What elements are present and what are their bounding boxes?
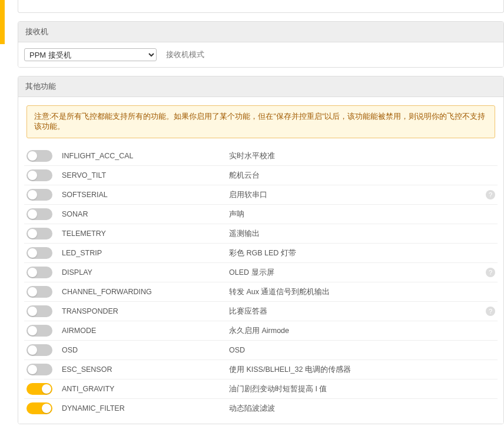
feature-desc: 动态陷波滤波 <box>229 404 495 414</box>
feature-row: OSDOSD <box>24 341 498 360</box>
toggle-knob <box>28 248 37 258</box>
feature-desc: 转发 Aux 通道信号到舵机输出 <box>229 287 495 297</box>
feature-desc: OSD <box>229 346 495 354</box>
toggle-knob <box>28 307 37 316</box>
feature-toggle[interactable] <box>26 383 52 395</box>
toggle-knob <box>28 287 37 297</box>
help-icon[interactable]: ? <box>486 307 495 316</box>
feature-row: SOFTSERIAL启用软串口? <box>24 185 498 205</box>
help-icon[interactable]: ? <box>486 190 495 199</box>
feature-name: SERVO_TILT <box>52 171 229 179</box>
feature-name: TRANSPONDER <box>52 307 229 315</box>
feature-desc: OLED 显示屏 <box>229 268 481 278</box>
receiver-mode-label: 接收机模式 <box>166 49 204 60</box>
feature-toggle[interactable] <box>26 208 52 220</box>
feature-toggle[interactable] <box>26 286 52 298</box>
feature-name: ANTI_GRAVITY <box>52 385 229 393</box>
feature-toggle[interactable] <box>26 228 52 239</box>
feature-name: SONAR <box>52 210 229 218</box>
feature-desc: 油门剧烈变动时短暂提高 I 值 <box>229 384 495 394</box>
feature-row: ANTI_GRAVITY油门剧烈变动时短暂提高 I 值 <box>24 380 498 399</box>
feature-name: INFLIGHT_ACC_CAL <box>52 152 229 160</box>
toggle-knob <box>28 171 37 180</box>
receiver-mode-select[interactable]: PPM 接受机 <box>24 48 157 61</box>
feature-name: OSD <box>52 346 229 354</box>
feature-row: DISPLAYOLED 显示屏? <box>24 263 498 282</box>
receiver-panel-header: 接收机 <box>18 22 503 42</box>
toggle-knob <box>28 190 37 199</box>
feature-row: ESC_SENSOR使用 KISS/BLHELI_32 电调的传感器 <box>24 360 498 380</box>
toggle-knob <box>28 229 37 238</box>
feature-desc: 实时水平校准 <box>229 151 495 161</box>
feature-row: AIRMODE永久启用 Airmode <box>24 321 498 341</box>
feature-row: TRANSPONDER比赛应答器? <box>24 302 498 321</box>
feature-row: INFLIGHT_ACC_CAL实时水平校准 <box>24 147 498 166</box>
feature-toggle[interactable] <box>26 150 52 162</box>
sidebar-accent <box>0 0 5 44</box>
feature-row: LED_STRIP彩色 RGB LED 灯带 <box>24 244 498 263</box>
other-features-header: 其他功能 <box>18 76 503 97</box>
toggle-knob <box>28 209 37 219</box>
toggle-knob <box>28 151 37 161</box>
feature-name: AIRMODE <box>52 327 229 335</box>
feature-toggle[interactable] <box>26 169 52 181</box>
features-warning: 注意:不是所有飞控都能支持所有的功能。如果你启用了某个功能，但在"保存并控重启"… <box>26 105 495 138</box>
toggle-knob <box>28 365 37 374</box>
feature-desc: 使用 KISS/BLHELI_32 电调的传感器 <box>229 365 495 375</box>
feature-name: TELEMETRY <box>52 229 229 238</box>
feature-row: SERVO_TILT舵机云台 <box>24 166 498 185</box>
feature-desc: 舵机云台 <box>229 171 495 181</box>
toggle-knob <box>28 326 37 335</box>
feature-row: SONAR声呐 <box>24 205 498 224</box>
feature-desc: 彩色 RGB LED 灯带 <box>229 248 495 258</box>
feature-toggle[interactable] <box>26 364 52 375</box>
receiver-panel: 接收机 PPM 接受机 接收机模式 <box>18 21 504 68</box>
feature-name: CHANNEL_FORWARDING <box>52 288 229 296</box>
feature-row: DYNAMIC_FILTER动态陷波滤波 <box>24 399 498 418</box>
previous-panel-bottom <box>18 0 504 13</box>
feature-toggle[interactable] <box>26 305 52 317</box>
other-features-panel: 其他功能 注意:不是所有飞控都能支持所有的功能。如果你启用了某个功能，但在"保存… <box>18 76 504 424</box>
feature-name: LED_STRIP <box>52 249 229 257</box>
feature-toggle[interactable] <box>26 344 52 356</box>
feature-desc: 声呐 <box>229 209 495 219</box>
feature-row: TELEMETRY遥测输出 <box>24 224 498 244</box>
feature-toggle[interactable] <box>26 402 52 414</box>
feature-toggle[interactable] <box>26 325 52 337</box>
feature-desc: 比赛应答器 <box>229 307 481 317</box>
features-list: INFLIGHT_ACC_CAL实时水平校准SERVO_TILT舵机云台SOFT… <box>24 147 498 418</box>
feature-name: DYNAMIC_FILTER <box>52 404 229 412</box>
help-icon[interactable]: ? <box>486 268 495 277</box>
feature-desc: 启用软串口 <box>229 190 481 200</box>
feature-name: SOFTSERIAL <box>52 191 229 199</box>
toggle-knob <box>28 268 37 277</box>
toggle-knob <box>42 384 51 394</box>
feature-desc: 遥测输出 <box>229 229 495 239</box>
feature-toggle[interactable] <box>26 267 52 278</box>
feature-toggle[interactable] <box>26 189 52 201</box>
feature-name: ESC_SENSOR <box>52 365 229 374</box>
feature-row: CHANNEL_FORWARDING转发 Aux 通道信号到舵机输出 <box>24 282 498 302</box>
feature-toggle[interactable] <box>26 247 52 259</box>
feature-name: DISPLAY <box>52 268 229 277</box>
toggle-knob <box>42 404 51 413</box>
feature-desc: 永久启用 Airmode <box>229 326 495 336</box>
toggle-knob <box>28 345 37 355</box>
